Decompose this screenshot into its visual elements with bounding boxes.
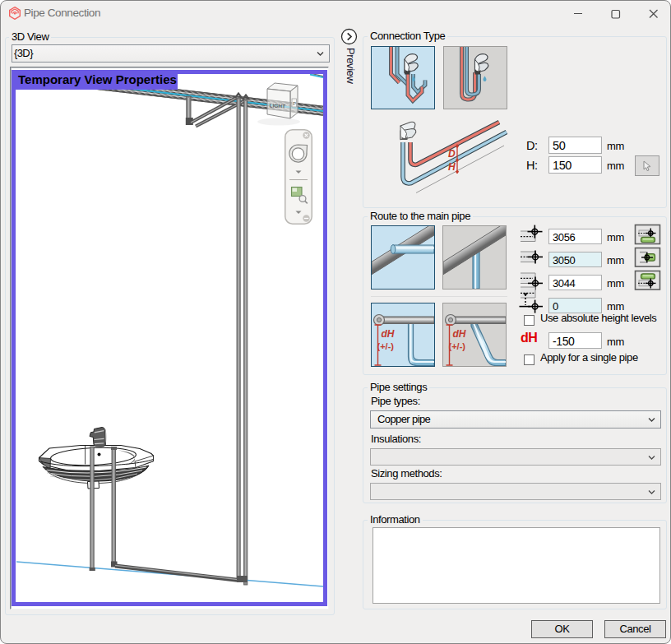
svg-text:dH: dH xyxy=(453,328,466,340)
svg-text:P: P xyxy=(293,101,296,106)
svg-text:(+/-): (+/-) xyxy=(377,341,395,351)
svg-text:dH: dH xyxy=(382,328,395,340)
svg-text:H: H xyxy=(448,161,456,173)
svg-text:LIGHT: LIGHT xyxy=(269,103,285,109)
svg-text:(+/-): (+/-) xyxy=(449,341,466,351)
svg-text:D: D xyxy=(448,148,456,160)
